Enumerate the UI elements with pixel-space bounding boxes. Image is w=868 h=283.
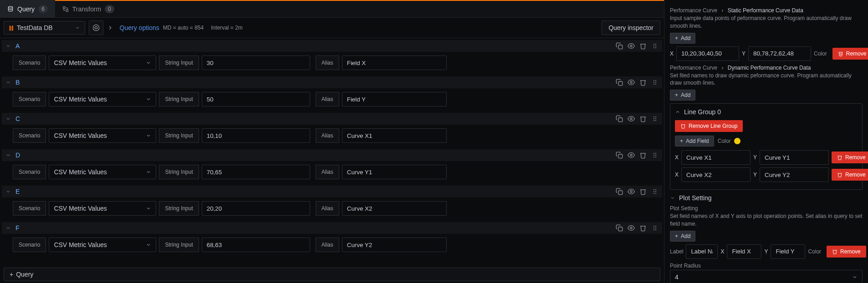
plot-setting-title: Plot Setting — [679, 194, 712, 202]
string-input-field[interactable] — [202, 165, 310, 179]
query-header[interactable]: B — [2, 76, 662, 88]
plot-x-input[interactable] — [727, 244, 761, 259]
alias-field[interactable] — [342, 238, 447, 252]
drag-handle-icon[interactable] — [651, 224, 659, 232]
drag-handle-icon[interactable] — [651, 42, 659, 50]
svg-point-48 — [655, 226, 656, 227]
crumb-root[interactable]: Performance Curve — [670, 7, 717, 14]
remove-line-button[interactable]: Remove — [832, 152, 868, 163]
svg-point-33 — [654, 155, 654, 156]
svg-point-40 — [655, 189, 656, 190]
static-x-input[interactable] — [676, 46, 739, 61]
svg-point-42 — [655, 191, 656, 192]
drag-handle-icon[interactable] — [651, 188, 659, 195]
eye-icon[interactable] — [628, 188, 635, 195]
static-y-input[interactable] — [748, 46, 811, 61]
line-group-header[interactable]: Line Group 0 — [675, 108, 858, 116]
trash-icon[interactable] — [639, 79, 647, 86]
alias-field[interactable] — [342, 92, 447, 106]
alias-label: Alias — [316, 128, 339, 143]
scenario-select[interactable]: CSV Metric Values — [49, 128, 156, 143]
line-x-input[interactable] — [681, 150, 751, 165]
scenario-label: Scenario — [13, 165, 46, 179]
trash-icon[interactable] — [639, 115, 647, 122]
duplicate-icon[interactable] — [616, 115, 623, 122]
remove-static-button[interactable]: Remove — [832, 48, 868, 60]
remove-plot-button[interactable]: Remove — [827, 246, 866, 258]
tab-query[interactable]: Query 6 — [0, 0, 55, 17]
eye-icon[interactable] — [628, 42, 635, 50]
crumb-root[interactable]: Performance Curve — [670, 65, 717, 71]
line-group-title: Line Group 0 — [684, 108, 721, 116]
query-inspector-button[interactable]: Query inspector — [602, 20, 660, 35]
scenario-select[interactable]: CSV Metric Values — [49, 165, 156, 179]
chevron-down-icon — [146, 169, 151, 175]
remove-line-button[interactable]: Remove — [832, 169, 868, 181]
add-static-button[interactable]: + Add — [670, 33, 695, 44]
datasource-select[interactable]: ⫿⫿ TestData DB — [4, 21, 85, 35]
add-query-button[interactable]: + Query — [4, 268, 660, 281]
string-input-field[interactable] — [202, 56, 310, 70]
eye-icon[interactable] — [628, 152, 635, 159]
query-header[interactable]: E — [2, 186, 662, 197]
plot-label-input[interactable] — [686, 244, 718, 259]
database-icon — [7, 6, 14, 12]
query-id: E — [15, 188, 20, 195]
query-header[interactable]: F — [2, 222, 662, 234]
alias-field[interactable] — [342, 165, 447, 179]
alias-field[interactable] — [342, 128, 447, 143]
duplicate-icon[interactable] — [616, 42, 623, 50]
add-plot-button[interactable]: + Add — [670, 231, 695, 242]
add-field-button[interactable]: + Add Field — [675, 136, 714, 147]
alias-field[interactable] — [342, 56, 447, 70]
trash-icon[interactable] — [639, 42, 647, 50]
drag-handle-icon[interactable] — [651, 115, 659, 122]
scenario-label: Scenario — [13, 201, 46, 216]
remove-line-group-button[interactable]: Remove Line Group — [675, 120, 743, 132]
trash-icon[interactable] — [639, 224, 647, 232]
plot-y-input[interactable] — [771, 244, 805, 259]
add-dynamic-button[interactable]: + Add — [670, 90, 695, 101]
line-x-input[interactable] — [681, 167, 751, 182]
scenario-select[interactable]: CSV Metric Values — [49, 238, 156, 252]
color-picker[interactable] — [734, 138, 740, 144]
duplicate-icon[interactable] — [616, 152, 623, 159]
scenario-select[interactable]: CSV Metric Values — [49, 201, 156, 216]
label-label: Label — [670, 248, 683, 255]
query-header[interactable]: D — [2, 149, 662, 161]
eye-icon[interactable] — [628, 115, 635, 122]
datasource-help-button[interactable] — [89, 20, 103, 35]
alias-field[interactable] — [342, 201, 447, 216]
duplicate-icon[interactable] — [616, 188, 623, 195]
plot-setting-header[interactable]: Plot Setting — [670, 194, 863, 202]
string-input-field[interactable] — [202, 128, 310, 143]
svg-point-50 — [655, 227, 656, 228]
svg-point-43 — [654, 193, 654, 194]
string-input-field[interactable] — [202, 238, 310, 252]
tab-transform[interactable]: Transform 0 — [55, 1, 122, 17]
query-options-button[interactable]: Query options — [120, 24, 159, 31]
line-y-input[interactable] — [760, 167, 829, 182]
drag-handle-icon[interactable] — [651, 152, 659, 159]
duplicate-icon[interactable] — [616, 79, 623, 86]
eye-icon[interactable] — [628, 224, 635, 232]
string-input-field[interactable] — [202, 92, 310, 106]
svg-rect-2 — [66, 10, 68, 11]
svg-point-11 — [654, 47, 654, 48]
eye-icon[interactable] — [628, 79, 635, 86]
svg-point-24 — [655, 116, 656, 117]
point-radius-select[interactable]: 4 — [670, 270, 863, 283]
query-header[interactable]: A — [2, 40, 662, 52]
line-y-input[interactable] — [760, 150, 829, 165]
scenario-select[interactable]: CSV Metric Values — [49, 56, 156, 70]
drag-handle-icon[interactable] — [651, 79, 659, 86]
query-header[interactable]: C — [2, 113, 662, 125]
scenario-label: Scenario — [13, 56, 46, 70]
chevron-down-icon — [852, 274, 858, 280]
duplicate-icon[interactable] — [616, 224, 623, 232]
trash-icon[interactable] — [639, 188, 647, 195]
trash-icon[interactable] — [639, 152, 647, 159]
svg-point-49 — [654, 227, 654, 228]
scenario-select[interactable]: CSV Metric Values — [49, 92, 156, 106]
string-input-field[interactable] — [202, 201, 310, 216]
